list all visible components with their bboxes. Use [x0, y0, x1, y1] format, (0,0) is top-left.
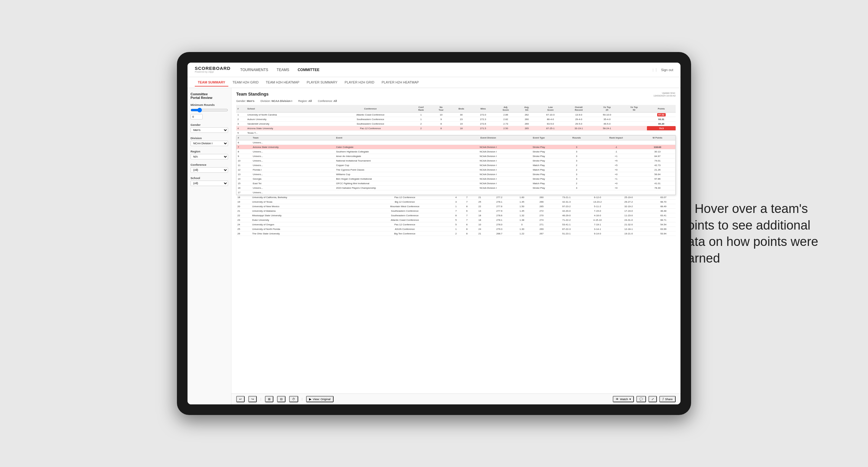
view-label: View: Original [313, 398, 330, 401]
min-rounds-input[interactable] [190, 114, 203, 120]
hover-table-row: 6Univers... [237, 141, 675, 145]
tablet-device: SCOREBOARD Powered by clippi TOURNAMENTS… [177, 52, 691, 415]
hover-table-row: 17Univers... [237, 190, 675, 195]
conference-label: Conference [190, 163, 228, 166]
region-label: Region [190, 150, 228, 153]
app-subtitle: Powered by clippi [195, 71, 230, 73]
filter-conference: All [333, 99, 337, 102]
hover-table-row: 12Florida IThe Cypress Point ClassicNCAA… [237, 167, 675, 172]
hover-table-row: 11Univers...Copper CupNCAA Division IMat… [237, 163, 675, 167]
table-row[interactable]: 1 University of North Carolina Atlantic … [236, 113, 676, 117]
subnav-team-summary[interactable]: TEAM SUMMARY [195, 79, 228, 87]
comment-button[interactable]: 💬 [636, 396, 646, 402]
hover-th-num: # [237, 135, 252, 141]
th-bnds: Bnds [451, 105, 472, 113]
school-label: School [190, 176, 228, 180]
share-icon: ⤴ [662, 398, 664, 401]
table-row[interactable]: 23Duke UniversityAtlantic Coast Conferen… [236, 218, 676, 222]
hover-th-team: Team [252, 135, 335, 141]
hover-th-impact: Rank Impact [593, 135, 640, 141]
hover-table-row: 10Univers...National Invitational Tourna… [237, 158, 675, 163]
share-button[interactable]: ⤴ Share [659, 396, 676, 402]
subnav-player-h2h-heatmap[interactable]: PLAYER H2H HEATMAP [379, 79, 422, 87]
top-section: Team Standings Update time: 13/03/2024 1… [236, 92, 676, 97]
nav-links: TOURNAMENTS TEAMS COMMITTEE [240, 66, 643, 73]
gender-select[interactable]: Men's Women's [190, 127, 228, 133]
school-section: School (All) [190, 176, 228, 186]
watch-chevron: ▾ [629, 398, 631, 401]
table-row[interactable]: 24University of OregonPac-12 Conference … [236, 222, 676, 227]
timer-button[interactable]: ⏱ [289, 396, 298, 402]
th-wins: Wins [472, 105, 494, 113]
table-row[interactable]: 26The Ohio State UniversityBig Ten Confe… [236, 231, 676, 236]
points-highlighted: 97.02 [657, 113, 666, 117]
copy-button[interactable]: ⊞ [265, 396, 273, 402]
table-row[interactable]: 21University of AlabamaSoutheastern Conf… [236, 209, 676, 213]
subnav-player-h2h-grid[interactable]: PLAYER H2H GRID [342, 79, 377, 87]
th-points: Points [647, 105, 676, 113]
inner-layout: CommitteePortal Review Minimum Rounds Ge… [187, 88, 681, 404]
table-row[interactable]: 2 Auburn University Southeastern Confere… [236, 117, 676, 122]
hover-th-div: Event Division [459, 135, 517, 141]
share-label: Share [665, 398, 673, 401]
table-row[interactable]: 3 Vanderbilt University Southeastern Con… [236, 122, 676, 126]
nav-teams[interactable]: TEAMS [277, 66, 289, 73]
table-row[interactable]: 19University of TexasBig 12 Conference 3… [236, 199, 676, 204]
table-row[interactable]: 20University of New MexicoMountain West … [236, 204, 676, 209]
toolbar-right: 👁 Watch ▾ 💬 ⤢ ⤴ Share [613, 396, 676, 402]
expand-button[interactable]: ⤢ [648, 396, 657, 402]
min-rounds-section: Minimum Rounds [190, 103, 228, 120]
th-adj-score: Adj.Score [494, 105, 517, 113]
update-time: Update time: 13/03/2024 10:03:42 [654, 92, 676, 97]
watch-label: Watch [620, 398, 628, 401]
sign-out-button[interactable]: Sign out [656, 68, 673, 72]
th-overall: OverallRecord [565, 105, 593, 113]
filter-region: All [308, 99, 312, 102]
region-select[interactable]: N/A All [190, 154, 228, 159]
eye-icon: 👁 [616, 398, 619, 401]
hover-th-wpoints: W Points [640, 135, 675, 141]
division-section: Division NCAA Division I NCAA Division I… [190, 136, 228, 146]
standings-table-bottom: 18University of California, BerkeleyPac-… [236, 195, 676, 236]
hover-table-row: 14GeorgiaBen Hogan Collegiate Invitation… [237, 177, 675, 181]
school-select[interactable]: (All) [190, 181, 228, 186]
table-row[interactable]: 18University of California, BerkeleyPac-… [236, 195, 676, 199]
hover-table-row: 9Univers...Amer An IntercollegiateNCAA D… [237, 154, 675, 158]
th-avg-sg: Avg.SG [517, 105, 536, 113]
min-rounds-slider[interactable] [190, 107, 228, 113]
nav-committee[interactable]: COMMITTEE [298, 66, 319, 73]
watch-button[interactable]: 👁 Watch ▾ [613, 396, 634, 402]
grid-button[interactable]: ⊟ [277, 396, 285, 402]
sidebar: CommitteePortal Review Minimum Rounds Ge… [187, 88, 231, 404]
conference-select[interactable]: (All) [190, 167, 228, 173]
th-conference: Conference [330, 105, 410, 113]
nav-tournaments[interactable]: TOURNAMENTS [240, 66, 268, 73]
annotation-text: 4. Hover over a team's points to see add… [681, 200, 838, 267]
th-rank: # [236, 105, 246, 113]
subnav-team-h2h-heatmap[interactable]: TEAM H2H HEATMAP [263, 79, 303, 87]
division-select[interactable]: NCAA Division I NCAA Division II NCAA Di… [190, 141, 228, 146]
th-school: School [246, 105, 330, 113]
th-no-tour: NoTour [432, 105, 451, 113]
standings-title: Team Standings [236, 92, 269, 96]
sub-navigation: TEAM SUMMARY TEAM H2H GRID TEAM H2H HEAT… [187, 77, 681, 88]
division-label: Division [190, 136, 228, 140]
table-row[interactable]: 22Mississippi State UniversitySoutheaste… [236, 213, 676, 218]
th-vs25: Vs Top25 [593, 105, 621, 113]
portal-review-sidebar-title: CommitteePortal Review [190, 92, 228, 99]
redo-button[interactable]: ↪ [248, 396, 257, 402]
conference-section: Conference (All) [190, 163, 228, 173]
view-icon: ▶ [309, 398, 311, 401]
undo-button[interactable]: ↩ [236, 396, 245, 402]
standings-table: # School Conference ConfRank NoTour Bnds… [236, 105, 676, 135]
app-title: SCOREBOARD [195, 66, 230, 71]
table-row[interactable]: 25University of North FloridaASUN Confer… [236, 227, 676, 231]
th-low-score: LowScore [536, 105, 565, 113]
app-logo: SCOREBOARD Powered by clippi [195, 66, 230, 73]
view-original-button[interactable]: ▶ View: Original [306, 396, 333, 402]
filter-bar: Gender: Men's Division: NCAA Division I … [236, 99, 676, 102]
subnav-player-summary[interactable]: PLAYER SUMMARY [304, 79, 341, 87]
table-row[interactable]: 4 Arizona State University Pac-12 Confer… [236, 126, 676, 131]
subnav-team-h2h-grid[interactable]: TEAM H2H GRID [229, 79, 261, 87]
table-row[interactable]: 5 Texas T... [236, 131, 676, 135]
